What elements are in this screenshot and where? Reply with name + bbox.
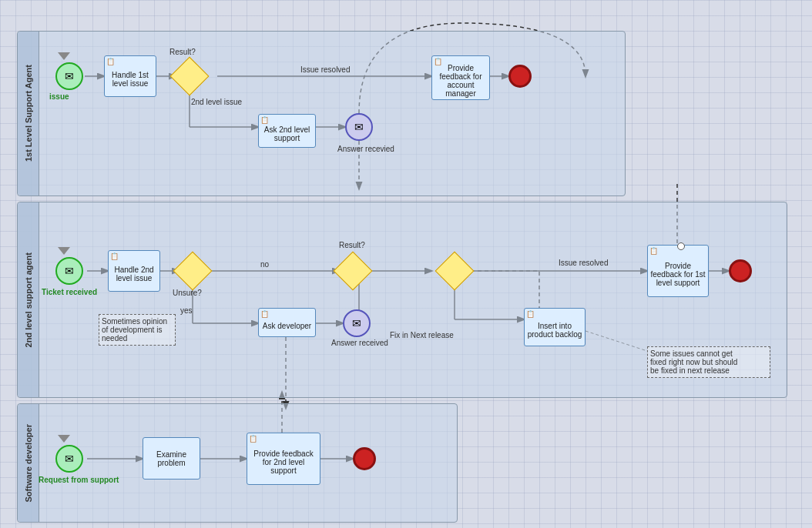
flow-yes: yes [180,306,193,315]
annotation-some-issues: Some issues cannot get fixed right now b… [647,346,770,378]
task-ask-developer[interactable]: 📋 Ask developer [258,308,316,337]
swimlane-label-lane2: 2nd level support agent [18,202,39,397]
task-handle-1st-level[interactable]: 📋 Handle 1st level issue [104,55,156,97]
start-event-ticket: ✉ [55,257,83,285]
flow-issue-resolved: Issue resolved [300,65,350,74]
swimlane-label-lane3: Software developer [18,404,39,522]
gateway-unsure-label: Unsure? [173,289,202,297]
swimlane-lane3: Software developer [17,403,458,523]
task-provide-feedback-1st[interactable]: 📋 Provide feedback for 1st level support [647,245,709,297]
task-insert-backlog[interactable]: 📋 Insert into product backlog [524,308,586,346]
swimlane-label-lane1: 1st Level Support Agent [18,32,39,195]
label-ticket-received: Ticket received [42,288,97,296]
start-event-issue: ✉ [55,62,83,90]
end-event-lane2 [729,259,752,282]
start-indicator-lane2 [58,247,70,255]
gateway-result-label-lane2: Result? [339,241,365,249]
msg-answer-received-lane2: ✉ [343,309,371,337]
flow-2nd-level-issue: 2nd level issue [191,98,242,106]
intermediate-event-marker [677,242,685,250]
task-examine-problem[interactable]: Examine problem [143,437,200,480]
label-request-from-support: Request from support [39,476,119,484]
task-handle-2nd-level[interactable]: 📋 Handle 2nd level issue [108,250,160,292]
end-event-lane3 [353,447,376,470]
label-answer-received-lane2: Answer received [331,339,388,347]
start-indicator-lane3 [58,435,70,443]
end-event-lane1 [508,65,532,88]
task-provide-feedback-account[interactable]: 📋 Provide feedback for account manager [431,55,490,100]
start-indicator-lane1 [58,52,70,60]
label-issue: issue [49,92,69,101]
gateway-result-label-lane1: Result? [169,48,196,56]
diagram-container: 1st Level Support Agent ✉ issue 📋 Handle… [0,0,812,528]
msg-answer-received-lane1: ✉ [345,113,373,141]
start-event-request: ✉ [55,445,83,473]
flow-no: no [260,260,269,269]
annotation-sometimes-opinion: Sometimes opinion of development is need… [99,314,176,346]
flow-issue-resolved-lane2: Issue resolved [559,259,608,267]
task-ask-2nd-level[interactable]: 📋 Ask 2nd level support [258,114,316,148]
label-answer-received-lane1: Answer recevied [337,145,394,153]
flow-fix-next-release: Fix in Next release [390,331,454,339]
task-provide-feedback-2nd[interactable]: 📋 Provide feedback for 2nd level support [247,433,320,485]
